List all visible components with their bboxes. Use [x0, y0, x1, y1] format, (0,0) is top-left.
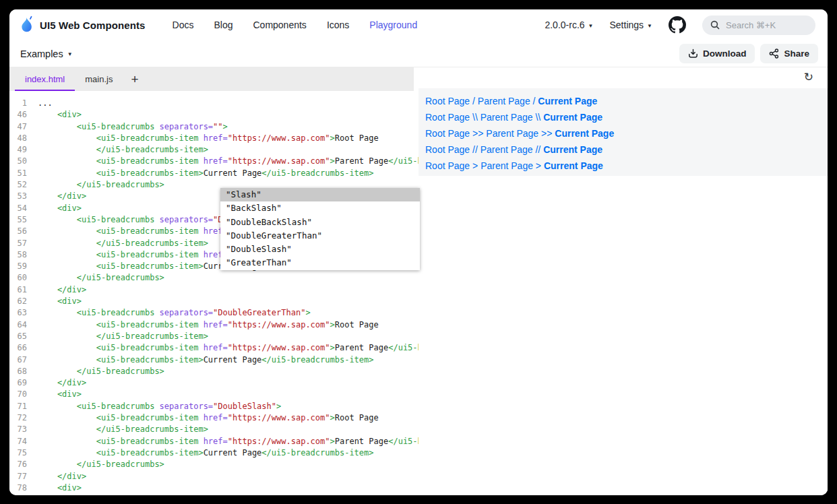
download-button[interactable]: Download: [679, 44, 755, 63]
code-line: 60 </ui5-breadcrumbs>: [9, 272, 418, 284]
breadcrumb-row: Root Page / Parent Page / Current Page: [425, 93, 828, 109]
line-number: 47: [9, 121, 27, 133]
code-line: 73 </ui5-breadcrumbs-item>: [9, 424, 418, 435]
autocomplete-dropdown: "Slash""BackSlash""DoubleBackSlash""Doub…: [220, 188, 420, 270]
code-line: 50 <ui5-breadcrumbs-item href="https://w…: [9, 156, 418, 167]
code-line: 72 <ui5-breadcrumbs-item href="https://w…: [9, 412, 418, 424]
breadcrumb-link[interactable]: Root Page: [425, 112, 470, 123]
line-number: 1: [9, 98, 27, 109]
autocomplete-item[interactable]: "DoubleBackSlash": [220, 216, 420, 229]
line-content: <div>: [27, 203, 82, 214]
breadcrumbs-preview: Root Page / Parent Page / Current PageRo…: [418, 88, 828, 176]
code-line: 49 </ui5-breadcrumbs-item>: [9, 144, 418, 156]
settings-label: Settings: [609, 20, 644, 30]
chevron-down-icon: ▼: [588, 23, 594, 29]
tab-index-html[interactable]: index.html: [15, 67, 75, 91]
preview-topbar: ↻: [418, 67, 828, 88]
line-number: 51: [9, 168, 27, 179]
code-line: 74 <ui5-breadcrumbs-item href="https://w…: [9, 436, 418, 447]
code-line: 65 </ui5-breadcrumbs-item>: [9, 331, 418, 342]
code-line: 48 <ui5-breadcrumbs-item href="https://w…: [9, 133, 418, 144]
version-dropdown[interactable]: 2.0.0-rc.6 ▼: [545, 20, 593, 30]
line-number: 50: [9, 156, 27, 167]
add-tab-button[interactable]: +: [123, 67, 146, 91]
breadcrumb-separator: //: [470, 144, 480, 155]
line-content: </ui5-breadcrumbs>: [27, 366, 164, 377]
nav-link-components[interactable]: Components: [253, 20, 306, 30]
breadcrumb-link[interactable]: Parent Page: [480, 160, 533, 171]
breadcrumb-link[interactable]: Parent Page: [486, 128, 538, 139]
line-content: <ui5-breadcrumbs-item href="https://www.…: [27, 319, 379, 331]
share-label: Share: [784, 49, 809, 59]
github-icon[interactable]: [669, 16, 686, 34]
examples-dropdown[interactable]: Examples ▼: [20, 49, 73, 59]
breadcrumb-link[interactable]: Root Page: [425, 144, 470, 155]
line-content: <div>: [27, 482, 82, 494]
autocomplete-item[interactable]: "GreaterThan": [220, 256, 420, 270]
line-content: <ui5-breadcrumbs separators="DoubleSlash…: [27, 401, 281, 412]
search-input[interactable]: [724, 20, 808, 31]
version-label: 2.0.0-rc.6: [545, 20, 584, 30]
line-number: 55: [9, 214, 27, 226]
nav-link-playground[interactable]: Playground: [369, 20, 417, 30]
code-line: 46 <div>: [9, 109, 418, 121]
examples-toolbar: Examples ▼ Download Share: [9, 40, 828, 67]
breadcrumb-link[interactable]: Parent Page: [480, 144, 533, 155]
line-number: 69: [9, 377, 27, 389]
breadcrumb-link[interactable]: Parent Page: [480, 112, 533, 123]
brand-title: UI5 Web Components: [40, 20, 146, 31]
line-number: 53: [9, 191, 27, 202]
line-number: 65: [9, 331, 27, 342]
breadcrumb-link[interactable]: Root Page: [425, 96, 470, 106]
tab-main-js[interactable]: main.js: [75, 67, 123, 91]
code-editor[interactable]: 1...46 <div>47 <ui5-breadcrumbs separato…: [9, 91, 418, 495]
code-line: 51 <ui5-breadcrumbs-item>Current Page</u…: [9, 168, 418, 179]
breadcrumb-current: Current Page: [543, 144, 602, 155]
breadcrumb-separator: //: [533, 144, 544, 155]
autocomplete-item[interactable]: "Slash": [220, 188, 420, 201]
autocomplete-item[interactable]: "DoubleSlash": [220, 243, 420, 256]
download-label: Download: [703, 49, 747, 59]
search-box[interactable]: [702, 15, 815, 35]
line-number: 75: [9, 447, 27, 459]
breadcrumb-link[interactable]: Root Page: [425, 160, 470, 171]
line-number: 62: [9, 296, 27, 307]
breadcrumb-separator: /: [530, 96, 538, 106]
breadcrumb-link[interactable]: Root Page: [425, 128, 470, 139]
breadcrumb-current: Current Page: [555, 128, 614, 139]
nav-link-icons[interactable]: Icons: [327, 20, 349, 30]
share-button[interactable]: Share: [760, 44, 818, 63]
brand-link[interactable]: UI5 Web Components: [19, 15, 146, 34]
line-number: 63: [9, 307, 27, 319]
line-number: 61: [9, 284, 27, 296]
settings-dropdown[interactable]: Settings ▼: [609, 20, 652, 30]
line-content: </ui5-breadcrumbs-item>: [27, 424, 208, 435]
line-content: </ui5-breadcrumbs>: [27, 272, 164, 284]
code-line: 77 </div>: [9, 471, 418, 482]
breadcrumb-separator: >: [470, 160, 480, 171]
main-split: index.htmlmain.js + 1...46 <div>47 <ui5-…: [9, 67, 828, 495]
nav-link-docs[interactable]: Docs: [173, 20, 194, 30]
autocomplete-item[interactable]: "BackSlash": [220, 201, 420, 215]
preview-pane: ↻ Root Page / Parent Page / Current Page…: [418, 67, 828, 495]
line-content: </div>: [27, 377, 86, 389]
line-number: 74: [9, 436, 27, 447]
code-line: 64 <ui5-breadcrumbs-item href="https://w…: [9, 319, 418, 331]
breadcrumb-link[interactable]: Parent Page: [478, 96, 530, 106]
breadcrumb-separator: >>: [470, 128, 486, 139]
breadcrumb-row: Root Page > Parent Page > Current Page: [425, 158, 828, 174]
code-line: 63 <ui5-breadcrumbs separators="DoubleGr…: [9, 307, 418, 319]
search-icon: [710, 20, 720, 30]
line-content: </ui5-breadcrumbs-item>: [27, 144, 208, 156]
code-line: 61 </div>: [9, 284, 418, 296]
nav-link-blog[interactable]: Blog: [214, 20, 232, 30]
code-line: 76 </ui5-breadcrumbs>: [9, 459, 418, 470]
refresh-icon[interactable]: ↻: [804, 71, 813, 84]
breadcrumb-row: Root Page // Parent Page // Current Page: [425, 141, 828, 158]
line-content: </ui5-breadcrumbs>: [27, 179, 164, 191]
line-content: </ui5-breadcrumbs-item>: [27, 238, 208, 249]
line-number: 68: [9, 366, 27, 377]
line-number: 76: [9, 459, 27, 470]
autocomplete-item[interactable]: "DoubleGreaterThan": [220, 229, 420, 243]
breadcrumb-separator: >: [533, 160, 544, 171]
